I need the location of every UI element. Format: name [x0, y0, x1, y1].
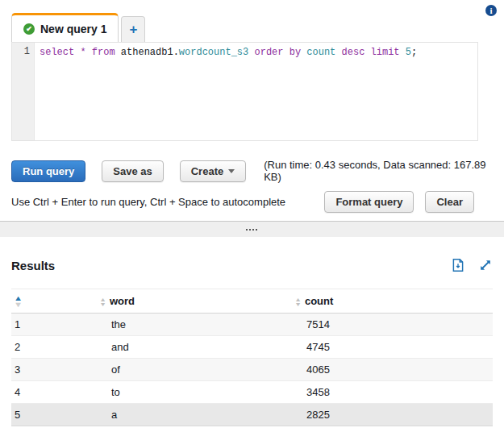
column-label: word	[110, 295, 135, 307]
run-stats-text: (Run time: 0.43 seconds, Data scanned: 1…	[264, 159, 504, 183]
count-cell: 4745	[289, 336, 493, 359]
query-line[interactable]: select * from athenadb1.wordcount_s3 ord…	[35, 43, 477, 140]
code-token-plain	[400, 47, 406, 58]
word-cell: and	[95, 336, 289, 359]
create-dropdown-button[interactable]: Create	[180, 160, 246, 182]
sort-arrows-icon: ▲▼	[295, 297, 301, 307]
chevron-down-icon	[228, 169, 235, 177]
count-cell: 3458	[289, 381, 493, 404]
tab-label: New query 1	[40, 23, 106, 35]
format-query-button[interactable]: Format query	[324, 191, 414, 213]
results-table: ▲▼▲▼word▲▼count 1the75142and47453of40654…	[11, 289, 493, 426]
code-token-keyword: from	[92, 47, 115, 58]
results-header-row: ▲▼▲▼word▲▼count	[11, 289, 493, 314]
results-table-body: 1the75142and47453of40654to34585a2825	[11, 314, 493, 426]
sort-arrows-icon: ▲▼	[100, 297, 106, 307]
results-header: Results	[11, 258, 493, 272]
plus-icon: +	[130, 22, 138, 38]
download-file-icon[interactable]	[451, 258, 465, 272]
secondary-toolbar: Use Ctrl + Enter to run query, Ctrl + Sp…	[11, 191, 474, 213]
word-cell: a	[95, 404, 289, 426]
info-icon[interactable]: i	[485, 5, 497, 16]
drag-handle-icon	[246, 229, 248, 231]
check-circle-icon: ✔	[23, 23, 35, 35]
column-label: count	[305, 295, 333, 307]
code-token-keyword: select	[40, 47, 74, 58]
query-toolbar: Run query Save as Create (Run time: 0.43…	[11, 159, 504, 183]
table-row[interactable]: 2and4745	[11, 336, 493, 359]
column-header-row-number[interactable]: ▲▼	[11, 289, 95, 314]
line-number-gutter: 1	[12, 43, 35, 140]
athena-query-editor: i ✔ New query 1 + 1 select * from athena…	[0, 13, 504, 426]
line-number: 1	[24, 46, 30, 57]
clear-button[interactable]: Clear	[425, 191, 474, 213]
sort-arrows-icon: ▲▼	[15, 295, 22, 308]
code-token-keyword: desc	[342, 47, 365, 58]
tab-new-query-1[interactable]: ✔ New query 1	[11, 13, 119, 42]
row-number-cell: 5	[11, 404, 95, 426]
count-cell: 2825	[289, 404, 493, 426]
table-row[interactable]: 1the7514	[11, 314, 493, 336]
word-cell: of	[95, 359, 289, 381]
expand-icon[interactable]	[478, 258, 493, 272]
code-token-identifier: count	[306, 47, 335, 58]
code-token-keyword: *	[80, 47, 85, 58]
code-token-plain	[335, 47, 341, 58]
code-token-plain	[364, 47, 370, 58]
code-token-keyword: limit	[371, 47, 400, 58]
word-cell: the	[95, 314, 289, 336]
code-token-keyword: by	[289, 47, 301, 58]
query-tab-bar: ✔ New query 1 +	[0, 13, 504, 42]
code-token-number: 5	[406, 47, 411, 58]
sql-editor[interactable]: 1 select * from athenadb1.wordcount_s3 o…	[11, 42, 478, 141]
row-number-cell: 3	[11, 359, 95, 381]
table-row[interactable]: 5a2825	[11, 404, 493, 426]
code-token-plain: athenadb1.	[115, 47, 179, 58]
row-number-cell: 4	[11, 381, 95, 404]
results-actions	[451, 258, 493, 272]
row-number-cell: 1	[11, 314, 95, 336]
column-header-count[interactable]: ▲▼count	[289, 289, 493, 314]
run-query-button[interactable]: Run query	[11, 160, 85, 182]
code-token-plain	[284, 47, 289, 58]
code-token-identifier: wordcount_s3	[179, 47, 248, 58]
results-title: Results	[11, 259, 55, 272]
column-header-word[interactable]: ▲▼word	[95, 289, 289, 314]
shortcut-hint-text: Use Ctrl + Enter to run query, Ctrl + Sp…	[11, 196, 285, 208]
add-tab-button[interactable]: +	[121, 16, 145, 42]
table-row[interactable]: 4to3458	[11, 381, 493, 404]
count-cell: 4065	[289, 359, 493, 381]
panel-splitter[interactable]	[0, 221, 504, 237]
save-as-button[interactable]: Save as	[102, 160, 163, 182]
code-token-plain: ;	[411, 47, 417, 58]
word-cell: to	[95, 381, 289, 404]
row-number-cell: 2	[11, 336, 95, 359]
code-token-keyword: order	[254, 47, 283, 58]
code-token-plain	[86, 47, 92, 58]
table-row[interactable]: 3of4065	[11, 359, 493, 381]
count-cell: 7514	[289, 314, 493, 336]
create-label: Create	[191, 165, 223, 177]
results-panel: Results ▲▼▲▼word▲▼count 1the75142and4745…	[0, 237, 504, 426]
